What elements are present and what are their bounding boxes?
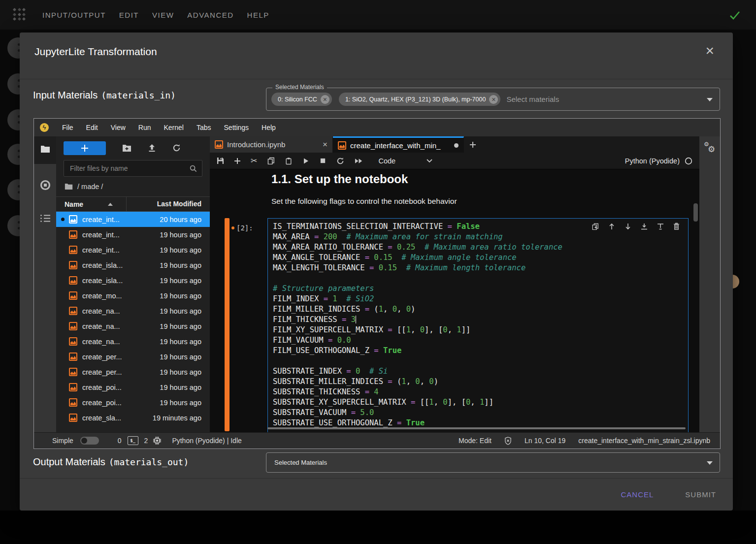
file-row[interactable]: create_mo...19 hours ago <box>56 288 210 303</box>
file-row[interactable]: create_sla...19 minutes ago <box>56 410 210 425</box>
kernel-status-text[interactable]: Python (Pyodide) | Idle <box>172 437 241 445</box>
delete-cell-icon[interactable] <box>673 223 680 230</box>
chip-remove-icon[interactable]: × <box>489 95 498 104</box>
appbar-menu-item[interactable]: ADVANCED <box>187 11 233 19</box>
jupyter-menu-item[interactable]: Tabs <box>190 119 218 136</box>
running-sessions-icon[interactable] <box>40 180 51 191</box>
material-chip[interactable]: 0: Silicon FCC× <box>271 93 332 106</box>
new-folder-icon[interactable] <box>122 144 131 152</box>
breadcrumb[interactable]: / made / <box>56 177 210 196</box>
file-row[interactable]: create_na...19 hours ago <box>56 334 210 349</box>
table-of-contents-icon[interactable] <box>40 214 51 223</box>
jupyter-menu-item[interactable]: Run <box>132 119 158 136</box>
interrupt-kernel-icon[interactable] <box>320 158 326 164</box>
kernel-name[interactable]: Python (Pyodide) <box>625 157 680 165</box>
app-logo-icon[interactable] <box>13 8 26 21</box>
dialog-title: JupyterLite Transformation <box>34 46 157 58</box>
terminals-count[interactable]: 0 <box>118 437 122 445</box>
jupyter-menu-item[interactable]: File <box>56 119 80 136</box>
refresh-icon[interactable] <box>172 144 181 152</box>
property-inspector-gears-icon[interactable]: ⚙ ⚙ <box>704 142 717 155</box>
insert-cell-above-icon[interactable] <box>641 223 648 230</box>
file-row[interactable]: create_isla...19 hours ago <box>56 273 210 288</box>
cut-cells-icon[interactable]: ✂ <box>251 157 257 165</box>
column-header-name[interactable]: Name <box>56 200 126 208</box>
code-line: FILM_MILLER_INDICES = (1, 0, 0) <box>273 304 683 315</box>
text-cursor <box>356 316 356 323</box>
kernels-count[interactable]: 2 <box>144 437 148 445</box>
cell-collapser-bar[interactable] <box>225 218 230 431</box>
file-row[interactable]: create_int...20 hours ago <box>56 212 210 227</box>
chip-remove-icon[interactable]: × <box>321 95 329 104</box>
terminal-icon[interactable]: $_ <box>128 436 138 445</box>
file-name: create_sla... <box>82 414 121 422</box>
dialog-footer: CANCEL SUBMIT <box>20 479 733 511</box>
jupyter-menu-item[interactable]: Kernel <box>157 119 190 136</box>
appbar-menu-item[interactable]: HELP <box>247 11 269 19</box>
insert-cell-icon[interactable] <box>234 158 240 164</box>
tab-close-icon[interactable]: × <box>323 140 328 150</box>
filter-files-input[interactable] <box>69 164 189 173</box>
run-cell-icon[interactable] <box>302 158 309 164</box>
new-launcher-button[interactable] <box>64 141 106 155</box>
cursor-position[interactable]: Ln 10, Col 19 <box>525 437 565 445</box>
move-cell-down-icon[interactable] <box>625 223 631 230</box>
editor-mode[interactable]: Mode: Edit <box>459 437 492 445</box>
vertical-scrollbar-thumb[interactable] <box>693 203 698 222</box>
save-icon[interactable] <box>217 157 224 164</box>
chevron-down-icon[interactable] <box>427 159 432 163</box>
submit-button[interactable]: SUBMIT <box>682 490 719 499</box>
file-row[interactable]: create_int...19 hours ago <box>56 242 210 257</box>
selected-materials-field[interactable]: Selected Materials 0: Silicon FCC×1: SiO… <box>266 88 720 111</box>
jupyter-menu-item[interactable]: Settings <box>218 119 256 136</box>
cancel-button[interactable]: CANCEL <box>618 490 657 499</box>
move-cell-up-icon[interactable] <box>608 223 615 230</box>
appbar-menu-item[interactable]: INPUT/OUTPUT <box>42 11 106 19</box>
simple-mode-toggle[interactable] <box>80 437 99 445</box>
jupyter-menu-item[interactable]: Help <box>255 119 282 136</box>
file-name: create_int... <box>82 231 120 239</box>
code-cell-editor[interactable]: IS_TERMINATIONS_SELECTION_INTERACTIVE = … <box>267 218 689 432</box>
upload-icon[interactable] <box>148 144 156 152</box>
code-line: FILM_XY_SUPERCELL_MATRIX = [[1, 0], [0, … <box>273 325 683 335</box>
file-row[interactable]: create_poi...19 hours ago <box>56 380 210 395</box>
file-row[interactable]: create_int...19 hours ago <box>56 227 210 242</box>
screen: INPUT/OUTPUTEDITVIEWADVANCEDHELP Jupyter… <box>0 0 756 544</box>
run-all-cells-icon[interactable] <box>355 158 363 164</box>
file-row[interactable]: create_na...19 hours ago <box>56 319 210 334</box>
file-row[interactable]: create_per...19 hours ago <box>56 349 210 364</box>
close-icon[interactable]: × <box>705 43 714 58</box>
file-row[interactable]: create_na...19 hours ago <box>56 303 210 319</box>
notebook-tab[interactable]: create_interface_with_min_ <box>333 136 464 153</box>
trust-shield-icon[interactable] <box>504 437 512 445</box>
file-name: create_int... <box>82 216 120 224</box>
cell-type-select[interactable]: Code <box>378 157 395 165</box>
chevron-down-icon[interactable] <box>707 98 713 101</box>
new-tab-button[interactable] <box>464 136 482 153</box>
execution-prompt: [2]: <box>231 224 253 232</box>
notebook-tab[interactable]: Introduction.ipynb× <box>210 136 333 153</box>
file-row[interactable]: create_per...19 hours ago <box>56 364 210 380</box>
insert-cell-below-icon[interactable] <box>657 223 664 230</box>
file-name: create_per... <box>82 353 122 361</box>
kernel-status-icon[interactable] <box>685 157 692 165</box>
jupyter-menu-item[interactable]: Edit <box>80 119 104 136</box>
appbar-menu-item[interactable]: EDIT <box>119 11 139 19</box>
horizontal-scrollbar[interactable] <box>267 427 686 429</box>
file-browser-icon[interactable] <box>40 145 50 153</box>
file-row[interactable]: create_poi...19 hours ago <box>56 395 210 410</box>
output-materials-select[interactable]: Selected Materials <box>266 452 720 473</box>
select-materials-placeholder[interactable]: Select materials <box>506 95 559 103</box>
appbar-menu-item[interactable]: VIEW <box>152 11 174 19</box>
kernel-chip-icon[interactable] <box>153 437 161 445</box>
column-header-last-modified[interactable]: Last Modified <box>126 197 210 211</box>
filter-files-box <box>64 160 202 177</box>
copy-cells-icon[interactable] <box>267 157 275 164</box>
material-chip[interactable]: 1: SiO2, Quartz, HEX (P3_121) 3D (Bulk),… <box>339 93 501 106</box>
restart-kernel-icon[interactable] <box>336 157 344 165</box>
jupyter-menu-item[interactable]: View <box>104 119 132 136</box>
duplicate-cell-icon[interactable] <box>592 223 599 230</box>
file-row[interactable]: create_isla...19 hours ago <box>56 257 210 273</box>
paste-cells-icon[interactable] <box>285 157 292 165</box>
folder-icon <box>65 183 73 190</box>
